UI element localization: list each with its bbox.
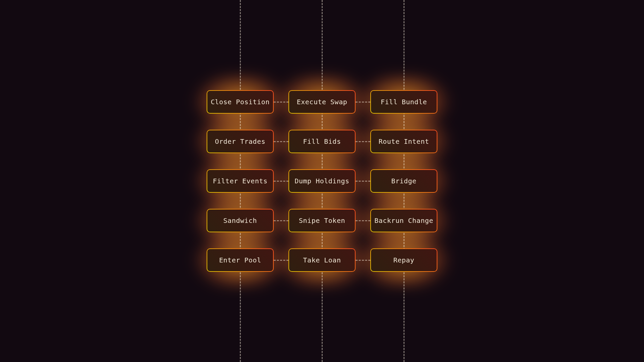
grid-cell: Snipe Token: [288, 209, 356, 232]
grid-cell: Filter Events: [207, 169, 274, 193]
grid-cell: Dump Holdings: [288, 169, 356, 193]
action-button[interactable]: Execute Swap: [288, 90, 356, 114]
action-label: Execute Swap: [297, 98, 347, 106]
action-button[interactable]: Snipe Token: [288, 209, 356, 232]
action-label: Repay: [393, 256, 415, 264]
action-button[interactable]: Order Trades: [207, 130, 274, 153]
action-button[interactable]: Bridge: [370, 169, 437, 193]
grid-cell: Repay: [370, 248, 437, 272]
action-button[interactable]: Close Position: [207, 90, 274, 114]
grid-cell: Enter Pool: [207, 248, 274, 272]
action-label: Filter Events: [213, 177, 267, 185]
action-label: Backrun Change: [374, 217, 433, 225]
grid-cell: Close Position: [207, 90, 274, 114]
action-label: Dump Holdings: [294, 177, 349, 185]
action-label: Take Loan: [303, 256, 341, 264]
action-button[interactable]: Enter Pool: [207, 248, 274, 272]
action-button[interactable]: Dump Holdings: [288, 169, 356, 193]
grid-cell: Backrun Change: [370, 209, 437, 232]
action-label: Route Intent: [379, 137, 429, 145]
grid-cell: Bridge: [370, 169, 437, 193]
action-button[interactable]: Sandwich: [207, 209, 274, 232]
action-label: Sandwich: [223, 217, 257, 225]
grid-cell: Order Trades: [207, 130, 274, 153]
diagram-stage: Close PositionExecute SwapFill BundleOrd…: [0, 0, 644, 362]
action-label: Fill Bids: [303, 137, 341, 145]
action-button[interactable]: Take Loan: [288, 248, 356, 272]
action-button[interactable]: Filter Events: [207, 169, 274, 193]
action-label: Order Trades: [215, 137, 266, 145]
action-button[interactable]: Route Intent: [370, 130, 437, 153]
action-grid: Close PositionExecute SwapFill BundleOrd…: [207, 90, 437, 272]
action-label: Close Position: [211, 98, 270, 106]
action-label: Snipe Token: [299, 217, 345, 225]
grid-cell: Sandwich: [207, 209, 274, 232]
grid-cell: Fill Bundle: [370, 90, 437, 114]
grid-cell: Fill Bids: [288, 130, 356, 153]
action-button[interactable]: Repay: [370, 248, 437, 272]
action-label: Fill Bundle: [381, 98, 427, 106]
action-button[interactable]: Fill Bundle: [370, 90, 437, 114]
action-label: Enter Pool: [219, 256, 261, 264]
action-button[interactable]: Backrun Change: [370, 209, 437, 232]
grid-cell: Route Intent: [370, 130, 437, 153]
action-button[interactable]: Fill Bids: [288, 130, 356, 153]
grid-cell: Execute Swap: [288, 90, 356, 114]
grid-cell: Take Loan: [288, 248, 356, 272]
action-label: Bridge: [391, 177, 416, 185]
